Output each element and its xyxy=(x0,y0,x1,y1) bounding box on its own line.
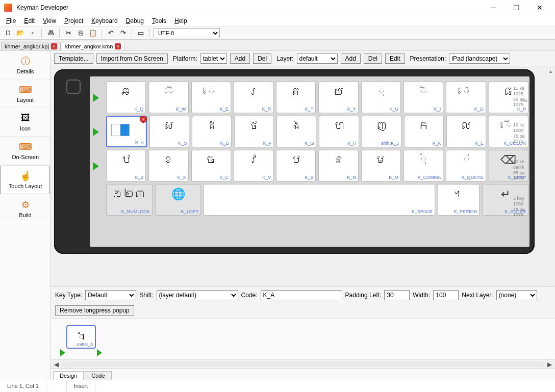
scroll-left-icon[interactable]: ◀ xyxy=(54,361,59,368)
longpress-preview: ាំ shift K_A xyxy=(51,319,555,359)
key-k_b[interactable]: បK_B xyxy=(276,150,316,181)
key-k_y[interactable]: យK_Y xyxy=(318,82,358,113)
key-k_numlock[interactable]: ១២៣K_NUMLOCK xyxy=(106,184,153,216)
width-label: Width: xyxy=(413,292,430,299)
menu-file[interactable]: File xyxy=(2,16,20,25)
sidebar-item-onscreen[interactable]: ⌨ On-Screen xyxy=(0,137,51,165)
platform-add-button[interactable]: Add xyxy=(230,54,250,64)
menu-edit[interactable]: Edit xyxy=(20,16,39,25)
code-input[interactable] xyxy=(261,290,342,300)
sidebar-item-icon[interactable]: 🖼 Icon xyxy=(0,108,51,137)
menu-tools[interactable]: Tools xyxy=(148,16,170,25)
encoding-select[interactable]: UTF-8 xyxy=(154,28,220,38)
paste-icon[interactable]: 📋 xyxy=(88,28,98,38)
key-k_space[interactable]: K_SPACE xyxy=(204,184,435,216)
key-k_i[interactable]: ◌ិK_I xyxy=(403,82,443,113)
key-shift-k_j[interactable]: ញshift K_J xyxy=(362,116,401,147)
tab-design[interactable]: Design xyxy=(53,371,84,380)
cut-icon[interactable]: ✂ xyxy=(63,28,73,38)
key-code: K_V xyxy=(262,175,271,180)
redo-icon[interactable]: ↷ xyxy=(118,28,128,38)
print-icon[interactable]: 🖶 xyxy=(45,28,56,38)
menu-debug[interactable]: Debug xyxy=(122,16,148,25)
key-k_s[interactable]: សK_S xyxy=(149,116,189,147)
keytype-select[interactable]: Default xyxy=(85,290,136,300)
key-k_r[interactable]: រK_R xyxy=(234,82,273,113)
key-k_z[interactable]: ឋK_Z xyxy=(106,150,146,181)
key-k_m[interactable]: មK_M xyxy=(361,150,401,181)
key-k_a[interactable]: K_A× xyxy=(106,116,147,147)
undo-icon[interactable]: ↶ xyxy=(106,28,116,38)
key-k_period[interactable]: ។K_PERIOD xyxy=(438,184,480,216)
template-button[interactable]: Template... xyxy=(54,54,93,64)
vertical-scrollbar[interactable]: ▴ xyxy=(546,66,555,286)
key-k_u[interactable]: ◌ុK_U xyxy=(361,82,401,113)
key-k_n[interactable]: នK_N xyxy=(318,150,358,181)
menu-view[interactable]: View xyxy=(39,16,60,25)
image-icon: 🖼 xyxy=(18,113,33,123)
sidebar-item-layout[interactable]: ⌨ Layout xyxy=(0,80,51,108)
layer-edit-button[interactable]: Edit xyxy=(385,54,405,64)
key-k_t[interactable]: តK_T xyxy=(276,82,316,113)
platform-del-button[interactable]: Del xyxy=(253,54,271,64)
key-k_q[interactable]: ឆK_Q xyxy=(106,82,146,113)
key-k_lopt[interactable]: 🌐K_LOPT xyxy=(155,184,201,216)
run-icon[interactable]: ▭ xyxy=(136,28,146,38)
key-k_quote[interactable]: ◌់K_QUOTE xyxy=(446,150,486,181)
nextlayer-select[interactable]: (none) xyxy=(496,290,537,300)
home-button-icon xyxy=(66,80,81,94)
tab-code[interactable]: Code xyxy=(85,371,111,380)
key-glyph: 🌐 xyxy=(156,188,201,201)
scroll-right-icon[interactable]: ▶ xyxy=(547,361,552,368)
sidebar-item-touchlayout[interactable]: ☝ Touch Layout xyxy=(1,166,50,194)
key-k_o[interactable]: ោK_O xyxy=(446,82,486,113)
key-k_e[interactable]: េK_E xyxy=(191,82,231,113)
key-k_comma[interactable]: ◌ុំK_COMMA xyxy=(403,150,443,181)
horizontal-scrollbar[interactable]: ◀ ▶ xyxy=(51,359,555,369)
key-k_h[interactable]: ហK_H xyxy=(319,116,359,147)
add-right-icon[interactable] xyxy=(97,349,102,356)
app-logo-icon xyxy=(4,4,12,12)
key-k_d[interactable]: ដK_D xyxy=(192,116,232,147)
file-tab[interactable]: khmer_angkor.kpj × xyxy=(1,42,61,50)
layer-select[interactable]: default xyxy=(297,54,338,64)
key-k_l[interactable]: លK_L xyxy=(446,116,486,147)
menu-project[interactable]: Project xyxy=(60,16,87,25)
remove-longpress-button[interactable]: Remove longpress popup xyxy=(55,305,134,316)
close-tab-icon[interactable]: × xyxy=(51,43,57,49)
close-tab-icon[interactable]: × xyxy=(115,43,121,49)
padleft-input[interactable] xyxy=(384,290,410,300)
width-input[interactable] xyxy=(433,290,459,300)
longpress-key[interactable]: ាំ shift K_A xyxy=(66,325,96,349)
layer-del-button[interactable]: Del xyxy=(364,54,382,64)
menu-keyboard[interactable]: Keyboard xyxy=(87,16,121,25)
key-k_k[interactable]: កK_K xyxy=(404,116,444,147)
key-k_v[interactable]: វK_V xyxy=(234,150,273,181)
key-k_f[interactable]: ថK_F xyxy=(234,116,274,147)
sidebar-item-build[interactable]: ⚙ Build xyxy=(0,195,51,223)
close-button[interactable]: ✕ xyxy=(528,0,551,15)
key-k_w[interactable]: ◌឵ីK_W xyxy=(148,82,188,113)
key-glyph: ឆ xyxy=(107,85,145,98)
shift-select[interactable]: (layer default) xyxy=(157,290,238,300)
code-label: Code: xyxy=(241,292,258,299)
key-code: K_PERIOD xyxy=(454,209,477,214)
minimize-button[interactable]: ─ xyxy=(482,0,505,15)
copy-icon[interactable]: ⎘ xyxy=(75,28,86,38)
import-button[interactable]: Import from On Screen xyxy=(96,54,168,64)
menu-help[interactable]: Help xyxy=(170,16,191,25)
platform-select[interactable]: tablet xyxy=(200,54,227,64)
add-left-icon[interactable] xyxy=(60,349,65,356)
presentation-select[interactable]: iPad (landscape) xyxy=(449,54,510,64)
sidebar-item-details[interactable]: ⓘ Details xyxy=(0,51,51,80)
save-icon[interactable]: ▪ xyxy=(28,28,38,38)
key-k_x[interactable]: ខK_X xyxy=(148,150,188,181)
key-k_g[interactable]: ងK_G xyxy=(276,116,316,147)
new-icon[interactable]: 🗋 xyxy=(3,28,13,38)
layer-add-button[interactable]: Add xyxy=(341,54,361,64)
delete-key-icon[interactable]: × xyxy=(140,116,147,123)
maximize-button[interactable]: ☐ xyxy=(505,0,528,15)
key-k_c[interactable]: ចK_C xyxy=(191,150,231,181)
open-icon[interactable]: 📂 xyxy=(15,28,26,38)
file-tab[interactable]: khmer_angkor.kmn × xyxy=(62,42,125,50)
